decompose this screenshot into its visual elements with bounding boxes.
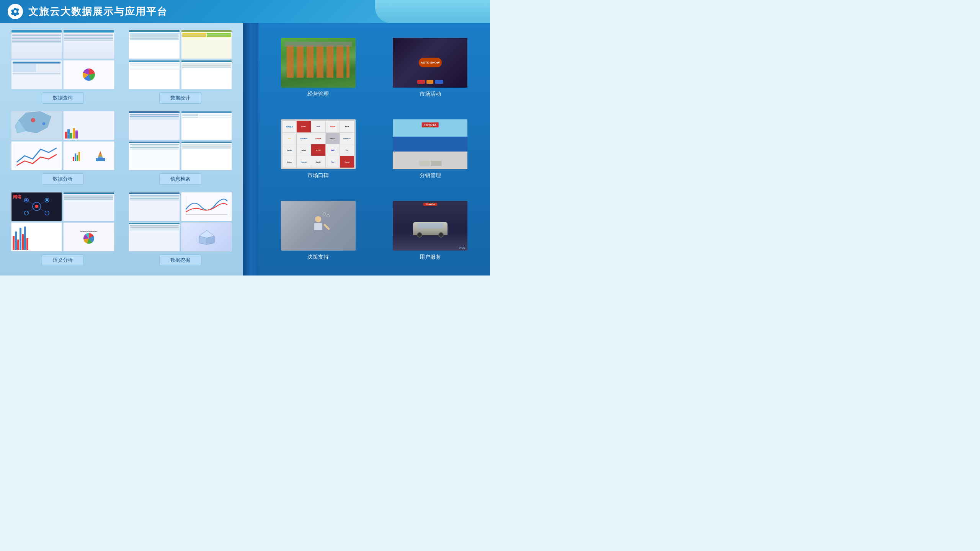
screenshot-search1 (129, 111, 180, 140)
info-search-label[interactable]: 信息检索 (159, 173, 201, 185)
right-item-distribution: TOYOTA 分销管理 (382, 119, 479, 179)
screenshot-mining2 (181, 192, 232, 221)
screenshot-linechart (11, 141, 62, 170)
right-item-decision: 决策支持 (270, 201, 367, 261)
screenshot-spreadsheet1 (129, 30, 180, 59)
settings-icon (8, 4, 23, 19)
management-label: 经营管理 (307, 91, 329, 98)
decision-label: 决策支持 (307, 254, 329, 261)
right-item-user-service: TOYOTA VIOS 用户服务 (382, 201, 479, 261)
management-image (281, 38, 356, 88)
screenshot-search3 (129, 141, 180, 170)
data-analysis-screenshots (11, 111, 114, 170)
svg-point-18 (35, 205, 38, 208)
market-activity-label: 市场活动 (420, 91, 441, 98)
semantic-label[interactable]: 语义分析 (42, 254, 84, 266)
svg-line-15 (37, 200, 47, 206)
page-title: 文旅云大数据展示与应用平台 (28, 5, 168, 18)
data-query-screenshots (11, 30, 114, 89)
module-data-analysis: 数据分析 (6, 111, 119, 187)
module-data-mining: 数据挖掘 (124, 192, 237, 269)
semantic-screenshots: 网络 (11, 192, 114, 251)
svg-line-14 (26, 200, 37, 206)
distribution-image: TOYOTA (393, 119, 467, 169)
screenshot-pie (63, 60, 114, 89)
screenshot-3dshape (181, 222, 232, 251)
data-stats-label[interactable]: 数据统计 (159, 92, 201, 104)
screenshot-spreadsheet3 (181, 60, 232, 89)
svg-line-17 (37, 206, 47, 213)
user-service-image: TOYOTA VIOS (393, 201, 467, 251)
screenshot-semantic-table (63, 192, 114, 221)
svg-point-3 (31, 118, 35, 122)
module-semantic: 网络 (6, 192, 119, 269)
screenshot-search4 (181, 141, 232, 170)
screenshot-table2 (63, 30, 114, 59)
screenshot-table1 (11, 30, 62, 59)
screenshot-geodist: Geometric Distribution (63, 222, 114, 251)
decision-image (281, 201, 356, 251)
svg-point-19 (25, 199, 27, 201)
data-mining-label[interactable]: 数据挖掘 (159, 254, 201, 266)
screenshot-network: 网络 (11, 192, 62, 221)
distribution-label: 分销管理 (420, 172, 441, 179)
right-item-market-brand: MAZDA Ferrari Ford Toyota BMW VW DAEWOO … (270, 119, 367, 179)
screenshot-spreadsheet2 (129, 60, 180, 89)
screenshot-pyramid (63, 141, 114, 170)
right-item-management: 经营管理 (270, 38, 367, 98)
market-activity-image: AUTO SHOW (393, 38, 467, 88)
right-panel: 经营管理 AUTO SHOW 市场活动 (258, 23, 490, 276)
user-service-label: 用户服务 (420, 254, 441, 261)
screenshot-mining3 (129, 222, 180, 251)
svg-point-4 (42, 122, 46, 126)
data-mining-screenshots (129, 192, 232, 251)
book-fold (243, 23, 258, 276)
screenshot-barcolored (11, 222, 62, 251)
module-info-search: 信息检索 (124, 111, 237, 187)
info-search-screenshots (129, 111, 232, 170)
data-analysis-label[interactable]: 数据分析 (42, 173, 84, 185)
market-brand-label: 市场口碑 (307, 172, 329, 179)
screenshot-map (11, 111, 62, 140)
screenshot-mining1 (129, 192, 180, 221)
data-stats-screenshots (129, 30, 232, 89)
market-brand-image: MAZDA Ferrari Ford Toyota BMW VW DAEWOO … (281, 119, 356, 169)
data-query-label[interactable]: 数据查询 (42, 92, 84, 104)
svg-line-16 (26, 206, 37, 213)
screenshot-colortable (181, 30, 232, 59)
main-content: 数据查询 (0, 23, 490, 276)
svg-point-20 (46, 199, 48, 201)
left-panel: 数据查询 (0, 23, 243, 276)
screenshot-search2 (181, 111, 232, 140)
screenshot-chart (63, 111, 114, 140)
screenshot-report (11, 60, 62, 89)
right-item-market-activity: AUTO SHOW 市场活动 (382, 38, 479, 98)
module-data-stats: 数据统计 (124, 30, 237, 106)
svg-rect-21 (182, 193, 231, 220)
header: 文旅云大数据展示与应用平台 (0, 0, 490, 23)
module-data-query: 数据查询 (6, 30, 119, 106)
